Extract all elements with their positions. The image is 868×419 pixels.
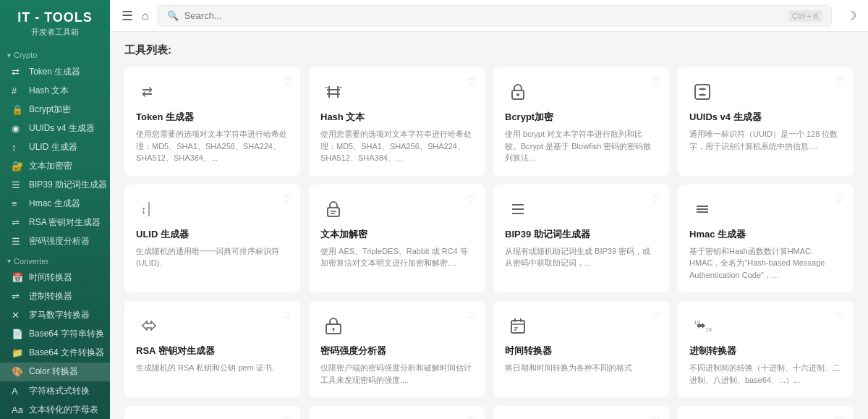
- tool-desc-hmac: 基于密钥和Hash函数数计算HMAC. HMAC，全名为"Hash-based …: [689, 245, 842, 282]
- tool-card-ulid[interactable]: ♡ ↕ ULID 生成器 生成随机的通用唯一一词典可排序标识符 (ULID).: [124, 185, 300, 293]
- tool-card-uuids[interactable]: ♡ UUIDs v4 生成器 通用唯一标识符（UUID）是一个 128 位数字，…: [678, 67, 854, 176]
- tool-card-pwd-strength[interactable]: ♡ 密码强度分析器 仅限密户端的密码强度分析和破解时间估计工具来发现密码的强度.…: [309, 301, 485, 397]
- svg-text:16: 16: [705, 326, 712, 333]
- hash-icon: #: [12, 85, 23, 96]
- tool-card-text-encrypt[interactable]: ♡ 文本加解密 使用 AES、TripleDES、Rabbit 或 RC4 等加…: [309, 185, 485, 293]
- sidebar-item-text-case[interactable]: Aa 文本转化的字母表: [0, 400, 110, 419]
- tool-icon-hash-text: [320, 79, 346, 105]
- favorite-icon[interactable]: ♡: [835, 415, 845, 419]
- uuid-icon: ◉: [12, 123, 23, 134]
- tool-title-hash-text: Hash 文本: [320, 111, 473, 124]
- char-format-icon: A: [12, 386, 23, 397]
- favorite-icon[interactable]: ♡: [835, 76, 845, 88]
- tool-card-bip39[interactable]: ♡ BIP39 助记词生成器 从现有或随机助记词生成 BIP39 密码，或从密码…: [493, 185, 669, 293]
- sidebar-item-hmac[interactable]: ≡ Hmac 生成器: [0, 194, 110, 213]
- text-encrypt-icon: 🔐: [12, 161, 23, 172]
- favorite-icon[interactable]: ♡: [835, 193, 845, 205]
- tool-desc-text-encrypt: 使用 AES、TripleDES、Rabbit 或 RC4 等加密算法对文本明文…: [320, 245, 473, 269]
- text-case-icon: Aa: [12, 405, 23, 415]
- sidebar-item-uuids[interactable]: ◉ UUIDs v4 生成器: [0, 119, 110, 137]
- sidebar-item-time[interactable]: 📅 时间转换器: [0, 268, 110, 287]
- tool-title-rsa: RSA 密钥对生成器: [136, 344, 289, 357]
- tool-card-base64-file[interactable]: ♡ 01bi Base64 文件转换器 将字符串、文件或图像转换为 Base64…: [493, 406, 669, 419]
- tool-title-pwd-strength: 密码强度分析器: [320, 344, 473, 357]
- favorite-icon[interactable]: ♡: [282, 193, 292, 205]
- tool-title-base-convert: 进制转换器: [689, 344, 842, 357]
- favorite-icon[interactable]: ♡: [282, 310, 292, 321]
- tool-card-hash-text[interactable]: ♡ Hash 文本 使用您需要的选项对文本字符串进行哈希处理：MD5、SHA1、…: [309, 67, 485, 176]
- sidebar-item-char-format[interactable]: A 字符格式式转换: [0, 381, 110, 400]
- sidebar-item-base-convert[interactable]: ⇌ 进制转换器: [0, 287, 110, 306]
- favorite-icon[interactable]: ♡: [651, 415, 660, 419]
- color-icon: 🎨: [12, 366, 23, 377]
- sidebar-item-color[interactable]: 🎨 Color 转换器: [0, 363, 110, 381]
- tool-title-text-encrypt: 文本加解密: [320, 228, 473, 241]
- hmac-icon: ≡: [12, 198, 23, 209]
- svg-text:⇄: ⇄: [142, 85, 153, 99]
- search-input[interactable]: [184, 10, 783, 21]
- tool-icon-pwd-strength: [320, 313, 346, 339]
- sidebar-item-token[interactable]: ⇄ Token 生成器: [0, 62, 110, 81]
- sidebar-item-rsa[interactable]: ⇌ RSA 密钥对生成器: [0, 213, 110, 232]
- tool-card-base-convert[interactable]: ♡ 1610 进制转换器 不同进制间的转换（十进制、十六进制、二进制、八进制、b…: [678, 301, 854, 397]
- tool-title-token-gen: Token 生成器: [136, 111, 289, 124]
- sidebar-item-base64-str[interactable]: 📄 Base64 字符串转换: [0, 325, 110, 344]
- favorite-icon[interactable]: ♡: [651, 76, 660, 88]
- favorite-icon[interactable]: ♡: [835, 310, 845, 321]
- favorite-icon[interactable]: ♡: [651, 193, 660, 205]
- favorite-icon[interactable]: ♡: [467, 415, 476, 419]
- tool-icon-token-gen: ⇄: [136, 79, 162, 105]
- sidebar-item-base64-file[interactable]: 📁 Base64 文件转换器: [0, 344, 110, 363]
- menu-icon[interactable]: ☰: [122, 8, 133, 24]
- tool-desc-base-convert: 不同进制间的转换（十进制、十六进制、二进制、八进制、base64、...）...: [689, 362, 842, 386]
- favorite-icon[interactable]: ♡: [467, 76, 476, 88]
- tool-title-bcrypt: Bcrypt加密: [505, 111, 658, 124]
- sidebar-item-hash[interactable]: # Hash 文本: [0, 81, 110, 100]
- tool-card-hmac[interactable]: ♡ Hmac 生成器 基于密钥和Hash函数数计算HMAC. HMAC，全名为"…: [678, 185, 854, 293]
- tool-icon-hmac: [689, 196, 715, 222]
- tool-desc-bcrypt: 使用 bcrypt 对文本字符串进行散列和比较。Bcrypt 是基于 Blowf…: [505, 128, 658, 164]
- tool-card-roman[interactable]: ♡ 罗马数字转换器 将罗马数字转换为数字，将数字转换为罗马数字.: [124, 406, 300, 419]
- svg-text:10: 10: [694, 319, 700, 326]
- tool-desc-pwd-strength: 仅限密户端的密码强度分析和破解时间估计工具来发现密码的强度....: [320, 362, 473, 386]
- sidebar-item-text-encrypt[interactable]: 🔐 文本加密密: [0, 156, 110, 175]
- tool-card-time-convert[interactable]: ♡ 时间转换器 将日期和时间转换为各种不同的格式: [493, 301, 669, 397]
- svg-point-8: [516, 93, 519, 96]
- home-icon[interactable]: ⌂: [142, 9, 149, 22]
- favorite-icon[interactable]: ♡: [467, 310, 476, 321]
- tool-card-base64-str[interactable]: ♡ 01bi Base64 字符串转换 将字符串编码和解码为 Base64 表示…: [309, 406, 485, 419]
- tool-icon-base-convert: 1610: [689, 313, 715, 339]
- dark-mode-icon[interactable]: ☽: [846, 9, 856, 22]
- tool-card-rsa[interactable]: ♡ RSA 密钥对生成器 生成随机的 RSA 私钥和公钥 pem 证书.: [124, 301, 300, 397]
- search-icon: 🔍: [167, 10, 179, 21]
- sidebar-item-ulid[interactable]: ↕ ULID 生成器: [0, 137, 110, 156]
- bcrypt-icon: 🔒: [12, 104, 23, 115]
- tool-desc-rsa: 生成随机的 RSA 私钥和公钥 pem 证书.: [136, 362, 289, 374]
- tool-grid: ♡ ⇄ Token 生成器 使用您需要的选项对文本字符串进行哈希处理：MD5、S…: [124, 67, 854, 419]
- svg-text:↕: ↕: [141, 204, 146, 216]
- svg-rect-12: [328, 208, 339, 216]
- search-bar: 🔍 Ctrl + K: [158, 5, 832, 27]
- favorite-icon[interactable]: ♡: [282, 415, 292, 419]
- tool-desc-bip39: 从现有或随机助记词生成 BIP39 密码，或从密码中获取助记词，...: [505, 245, 658, 269]
- favorite-icon[interactable]: ♡: [282, 76, 292, 88]
- svg-point-22: [333, 328, 335, 330]
- bip39-icon: ☰: [12, 179, 23, 190]
- sidebar-item-pwd[interactable]: ☰ 密码强度分析器: [0, 232, 110, 251]
- sidebar-item-bip39[interactable]: ☰ BIP39 助记词生成器: [0, 175, 110, 194]
- tool-icon-time-convert: [505, 313, 531, 339]
- tool-icon-bcrypt: [505, 79, 531, 105]
- favorite-icon[interactable]: ♡: [467, 193, 476, 205]
- favorite-icon[interactable]: ♡: [651, 310, 660, 321]
- ulid-icon: ↕: [12, 142, 23, 153]
- token-icon: ⇄: [12, 67, 23, 77]
- sidebar-item-roman[interactable]: ✕ 罗马数字转换器: [0, 306, 110, 325]
- roman-icon: ✕: [12, 310, 23, 321]
- tool-card-token-gen[interactable]: ♡ ⇄ Token 生成器 使用您需要的选项对文本字符串进行哈希处理：MD5、S…: [124, 67, 300, 176]
- rsa-icon: ⇌: [12, 217, 23, 228]
- sidebar-section-converter: Converter: [0, 251, 110, 268]
- tool-card-color[interactable]: ♡ Color 转换... 在不同格式之间转换颜色（name）...: [678, 406, 854, 419]
- section-title: 工具列表:: [124, 43, 854, 57]
- tool-card-bcrypt[interactable]: ♡ Bcrypt加密 使用 bcrypt 对文本字符串进行散列和比较。Bcryp…: [493, 67, 669, 176]
- sidebar-item-bcrypt[interactable]: 🔒 Bcrypt加密: [0, 100, 110, 119]
